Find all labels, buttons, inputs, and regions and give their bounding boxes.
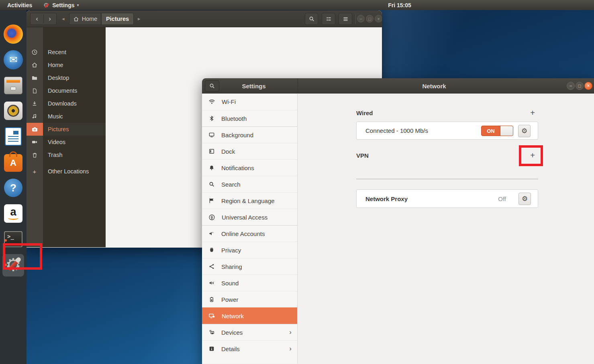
app-menu-settings[interactable]: ⚙ Settings ▾: [43, 2, 79, 8]
sidebar-item-search[interactable]: Search: [202, 176, 297, 192]
clock-icon[interactable]: [26, 46, 43, 59]
sidebar-item-online-accounts[interactable]: s Online Accounts: [202, 225, 297, 242]
wired-toggle[interactable]: ON: [481, 126, 513, 136]
sidebar-item-sound[interactable]: Sound: [202, 275, 297, 291]
maximize-button[interactable]: □: [366, 15, 374, 22]
sidebar-item-label: Notifications: [221, 165, 254, 171]
network-proxy-row[interactable]: Network Proxy Off ⚙: [356, 189, 538, 208]
sidebar-item-sharing[interactable]: Sharing: [202, 258, 297, 275]
clock[interactable]: Fri 15:05: [378, 0, 422, 10]
sidebar-item-music[interactable]: Music: [43, 110, 106, 123]
battery-icon: [208, 296, 215, 303]
dock-item-files[interactable]: [4, 76, 23, 95]
sidebar-item-region-language[interactable]: Region & Language: [202, 192, 297, 209]
sidebar-item-notifications[interactable]: Notifications: [202, 159, 297, 176]
forward-button[interactable]: ›: [43, 15, 56, 23]
dock-item-libreoffice-writer[interactable]: [4, 127, 23, 146]
sidebar-item-videos[interactable]: Videos: [43, 136, 106, 148]
sidebar-item-pictures[interactable]: Pictures: [43, 123, 106, 136]
speaker-icon: [208, 280, 215, 286]
sidebar-item-bluetooth[interactable]: Bluetooth: [202, 110, 297, 126]
sidebar-item-home[interactable]: Home: [43, 59, 106, 71]
sidebar-item-desktop[interactable]: Desktop: [43, 71, 106, 84]
wired-section-title: Wired: [356, 110, 373, 116]
sidebar-item-label: Sound: [221, 280, 239, 287]
sidebar-item-label: Region & Language: [221, 197, 275, 204]
dock-item-thunderbird[interactable]: ✉: [4, 50, 23, 69]
top-bar: Activities ⚙ Settings ▾ Fri 15:05: [0, 0, 594, 10]
video-icon[interactable]: [26, 136, 43, 148]
wired-add-button[interactable]: +: [527, 107, 539, 119]
network-proxy-label: Network Proxy: [357, 195, 408, 202]
sidebar-item-universal-access[interactable]: Universal Access: [202, 209, 297, 225]
sidebar-item-power[interactable]: Power: [202, 291, 297, 307]
folder-icon[interactable]: [26, 71, 43, 84]
sidebar-item-label: Devices: [221, 329, 243, 336]
network-panel-title: Network: [298, 78, 571, 94]
sidebar-item-devices[interactable]: Devices ›: [202, 324, 297, 340]
sidebar-item-documents[interactable]: Documents: [43, 84, 106, 97]
plus-icon[interactable]: +: [26, 165, 43, 178]
breadcrumb-current-folder[interactable]: Pictures: [101, 13, 134, 25]
files-toolbar: ‹ › ◂ Home Pictures ▸: [26, 10, 382, 27]
sidebar-item-dock[interactable]: Dock: [202, 143, 297, 159]
running-indicator: [4, 239, 7, 242]
trash-icon[interactable]: [26, 148, 43, 161]
wired-connection-row[interactable]: Connected - 1000 Mb/s ON ⚙: [356, 122, 538, 140]
vpn-section-title: VPN: [356, 152, 369, 159]
camera-icon[interactable]: [26, 123, 43, 136]
music-icon[interactable]: [26, 110, 43, 123]
path-scroll-right-icon[interactable]: ▸: [138, 16, 141, 22]
online-accounts-icon: s: [208, 230, 215, 237]
path-scroll-left-icon[interactable]: ◂: [62, 16, 65, 22]
back-button[interactable]: ‹: [31, 15, 43, 23]
info-icon: [208, 346, 215, 352]
breadcrumb-home[interactable]: Home: [69, 13, 101, 25]
sidebar-item-network[interactable]: Network: [202, 307, 297, 324]
proxy-settings-button[interactable]: ⚙: [518, 193, 531, 205]
sidebar-item-downloads[interactable]: Downloads: [43, 97, 106, 110]
chevron-right-icon: ›: [289, 328, 292, 336]
dock-icon: [208, 148, 215, 155]
dock-item-amazon[interactable]: a: [4, 204, 23, 223]
dock-item-help[interactable]: ?: [4, 178, 23, 197]
dock: ✉ A ? a >_ ⚙: [0, 10, 27, 364]
dock-item-rhythmbox[interactable]: [4, 101, 23, 120]
desktop: ‹ › ◂ Home Pictures ▸: [0, 0, 594, 364]
sidebar-item-other-locations[interactable]: Other Locations: [43, 165, 106, 178]
sidebar-item-background[interactable]: Background: [202, 126, 297, 143]
maximize-button[interactable]: □: [576, 82, 584, 90]
menu-button[interactable]: [339, 13, 352, 25]
bluetooth-icon: [208, 115, 215, 122]
files-icon: [4, 77, 22, 94]
home-icon[interactable]: [26, 59, 43, 71]
download-icon[interactable]: [26, 97, 43, 110]
minimize-button[interactable]: −: [567, 82, 575, 90]
sidebar-item-wifi[interactable]: Wi-Fi: [202, 94, 297, 110]
sidebar-item-recent[interactable]: Recent: [43, 46, 106, 59]
view-list-button[interactable]: [322, 13, 335, 25]
divider: [43, 14, 44, 23]
sidebar-item-trash[interactable]: Trash: [43, 148, 106, 161]
svg-text:s: s: [212, 231, 213, 234]
sidebar-item-label: Bluetooth: [221, 115, 247, 122]
dock-item-firefox[interactable]: [4, 24, 23, 44]
toggle-on-label: ON: [482, 126, 500, 136]
toggle-knob: [500, 126, 513, 136]
history-nav: ‹ ›: [30, 13, 57, 25]
document-icon[interactable]: [26, 84, 43, 97]
wired-settings-button[interactable]: ⚙: [518, 125, 531, 137]
close-button[interactable]: ×: [375, 15, 382, 22]
minimize-button[interactable]: −: [357, 15, 365, 22]
ubuntu-software-icon: A: [4, 154, 22, 172]
devices-icon: [208, 329, 215, 336]
sidebar-item-details[interactable]: Details ›: [202, 340, 297, 357]
settings-title: Settings: [202, 78, 298, 94]
dock-item-ubuntu-software[interactable]: A: [4, 153, 23, 172]
search-button[interactable]: [305, 13, 318, 25]
activities-button[interactable]: Activities: [7, 2, 32, 8]
network-panel: Wired + Connected - 1000 Mb/s ON ⚙ VPN +: [298, 94, 594, 364]
chevron-right-icon: ›: [289, 345, 292, 353]
sidebar-item-privacy[interactable]: Privacy: [202, 242, 297, 258]
close-button[interactable]: ×: [584, 82, 592, 90]
